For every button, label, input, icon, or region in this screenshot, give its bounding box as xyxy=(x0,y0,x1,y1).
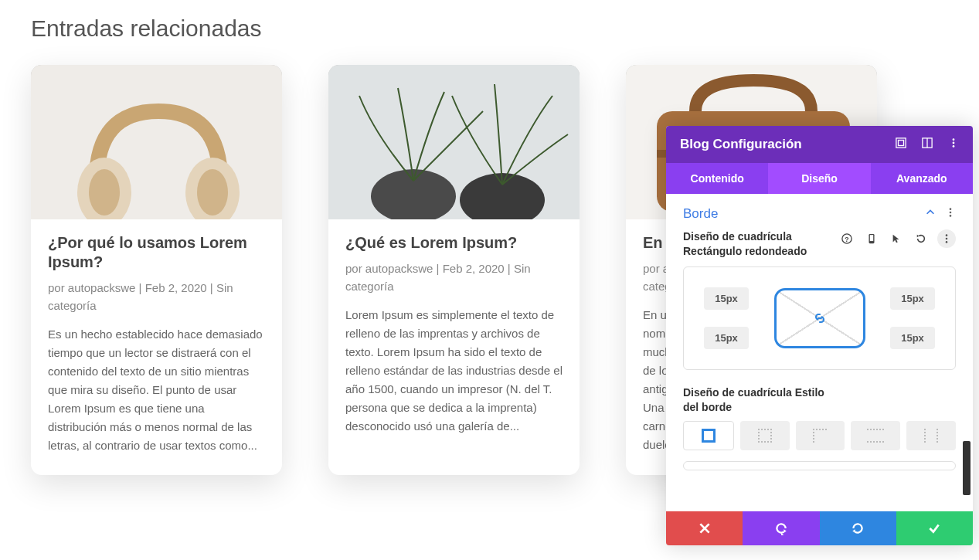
field-label-line2: Rectángulo redondeado xyxy=(683,244,807,259)
corner-radius-control: 15px 15px 15px 15px xyxy=(683,266,956,370)
snap-icon[interactable] xyxy=(896,137,906,151)
card-title[interactable]: ¿Por qué lo usamos Lorem Ipsum? xyxy=(48,233,265,272)
svg-rect-11 xyxy=(899,141,904,146)
border-style-left-right[interactable] xyxy=(906,421,956,450)
card-meta: por autopackswe | Feb 2, 2020 | Sin cate… xyxy=(345,260,563,295)
expand-icon[interactable] xyxy=(922,137,933,151)
check-icon xyxy=(927,521,941,535)
field-label-line1: Diseño de cuadrícula xyxy=(683,229,807,244)
tab-design[interactable]: Diseño xyxy=(768,163,870,194)
border-style-label: Diseño de cuadrícula Estilo del borde xyxy=(683,385,838,415)
related-card[interactable]: ¿Por qué lo usamos Lorem Ipsum? por auto… xyxy=(31,65,282,475)
svg-rect-12 xyxy=(896,138,906,148)
tab-content[interactable]: Contenido xyxy=(666,163,768,194)
svg-point-15 xyxy=(953,138,955,141)
kebab-icon[interactable] xyxy=(937,229,956,248)
corner-bl-input[interactable]: 15px xyxy=(704,327,749,349)
related-card[interactable]: ¿Qué es Lorem Ipsum? por autopackswe | F… xyxy=(328,65,580,475)
border-style-top-bottom[interactable] xyxy=(851,421,900,450)
card-meta: por autopackswe | Feb 2, 2020 | Sin cate… xyxy=(48,280,265,314)
chevron-up-icon[interactable] xyxy=(925,207,936,221)
tab-advanced[interactable]: Avanzado xyxy=(871,163,973,194)
panel-content: Borde Diseño de cuadrícula Rectángulo re… xyxy=(666,194,973,511)
svg-point-18 xyxy=(950,208,952,210)
corner-tr-input[interactable]: 15px xyxy=(890,287,935,310)
link-corners-toggle[interactable] xyxy=(774,288,865,348)
corner-br-input[interactable]: 15px xyxy=(890,327,935,349)
card-excerpt: Lorem Ipsum es simplemente el texto de r… xyxy=(345,306,563,436)
undo-button[interactable] xyxy=(743,511,819,545)
headphones-icon xyxy=(31,65,282,219)
corner-tl-input[interactable]: 15px xyxy=(704,287,749,310)
svg-point-20 xyxy=(950,215,952,217)
svg-point-17 xyxy=(953,145,955,148)
svg-rect-24 xyxy=(870,235,873,241)
panel-footer xyxy=(666,511,973,545)
border-style-all[interactable] xyxy=(683,421,734,450)
kebab-icon[interactable] xyxy=(945,207,956,221)
svg-point-19 xyxy=(950,212,952,214)
redo-button[interactable] xyxy=(820,511,896,545)
next-control-peek xyxy=(683,461,956,470)
confirm-button[interactable] xyxy=(896,511,973,545)
svg-point-16 xyxy=(953,142,955,144)
undo-icon xyxy=(774,521,788,535)
link-icon xyxy=(812,311,828,326)
svg-point-27 xyxy=(946,241,948,243)
svg-point-25 xyxy=(946,234,948,236)
kebab-icon[interactable] xyxy=(948,137,959,151)
cancel-button[interactable] xyxy=(666,511,743,545)
panel-title: Blog Configuración xyxy=(680,137,802,152)
card-image xyxy=(31,65,282,219)
cursor-icon[interactable] xyxy=(888,230,905,247)
svg-point-4 xyxy=(197,169,228,216)
border-style-dotted[interactable] xyxy=(740,421,790,450)
phone-icon[interactable] xyxy=(863,230,880,247)
border-style-options xyxy=(683,421,956,450)
svg-text:?: ? xyxy=(845,236,848,243)
scrollbar-thumb[interactable] xyxy=(963,441,971,495)
settings-panel: Blog Configuración Contenido Diseño Avan… xyxy=(666,126,973,545)
help-icon[interactable]: ? xyxy=(838,230,855,247)
svg-rect-0 xyxy=(31,65,282,219)
panel-tabs: Contenido Diseño Avanzado xyxy=(666,163,973,194)
close-icon xyxy=(698,521,712,535)
svg-point-26 xyxy=(946,238,948,240)
card-excerpt: Es un hecho establecido hace demasiado t… xyxy=(48,325,265,455)
card-image xyxy=(328,65,580,219)
redo-icon xyxy=(851,521,865,535)
reset-icon[interactable] xyxy=(913,230,930,247)
border-style-top-left[interactable] xyxy=(796,421,845,450)
plants-icon xyxy=(328,65,580,219)
svg-point-3 xyxy=(89,169,120,216)
panel-header[interactable]: Blog Configuración xyxy=(666,126,973,163)
section-title: Entradas relacionadas xyxy=(31,15,948,42)
card-title[interactable]: ¿Qué es Lorem Ipsum? xyxy=(345,233,563,253)
section-border-title[interactable]: Borde xyxy=(683,206,718,222)
